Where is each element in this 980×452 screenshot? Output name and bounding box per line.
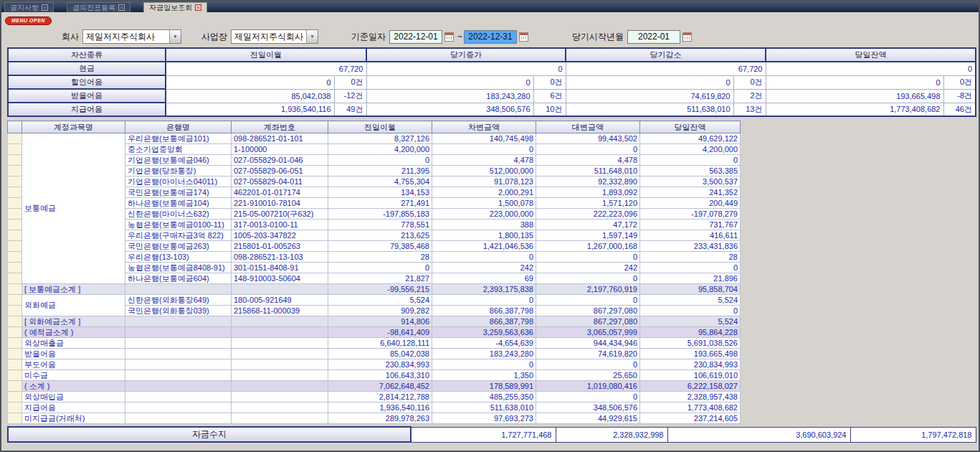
amount-cell: 49,629,122 — [640, 133, 741, 144]
amount-cell: 95,858,704 — [640, 284, 741, 295]
row-indicator[interactable] — [8, 402, 22, 413]
amount-cell: 866,387,798 — [432, 306, 536, 316]
summary-column-header: 자산종류 — [8, 48, 166, 62]
row-indicator[interactable] — [8, 316, 22, 327]
summary-row[interactable]: 받을어음85,042,038-12건183,243,2806건74,619,82… — [8, 89, 976, 103]
table-row[interactable]: 미수금106,643,3101,35025,650106,619,010 — [8, 370, 741, 381]
account-number-cell: 221-910010-78104 — [232, 198, 328, 209]
amount-cell: 1,267,000,168 — [536, 241, 640, 252]
site-select[interactable]: 제일저지주식회사 ▼ — [231, 29, 318, 44]
tab-item[interactable]: 결의전표등록× — [67, 2, 130, 12]
amount-cell: -99,556,215 — [328, 284, 432, 295]
chevron-down-icon[interactable]: ▼ — [169, 30, 181, 43]
count-cell: 0건 — [334, 75, 366, 89]
summary-row[interactable]: 할인어음00건00건00건00건 — [8, 75, 976, 89]
tab-item[interactable]: 공지사항× — [4, 2, 54, 12]
table-row[interactable]: 지급어음1,936,540,116511,638,010348,506,5761… — [8, 402, 741, 413]
row-indicator[interactable] — [8, 413, 22, 424]
row-indicator[interactable] — [8, 359, 22, 370]
table-row[interactable]: [ 보통예금소계 ]-99,556,2152,393,175,8382,197,… — [8, 284, 741, 295]
row-indicator[interactable] — [8, 133, 22, 144]
amount-cell: 1,893,092 — [536, 187, 640, 198]
date-from-input[interactable] — [389, 30, 442, 44]
row-indicator[interactable] — [8, 392, 22, 402]
amount-cell: 416,611 — [640, 230, 741, 241]
row-indicator[interactable] — [8, 155, 22, 166]
summary-body: 현금67,720067,7200할인어음00건00건00건00건받을어음85,0… — [8, 62, 976, 116]
amount-cell: 1,571,120 — [536, 198, 640, 209]
row-indicator[interactable] — [8, 166, 22, 176]
amount-cell: 178,589,991 — [432, 381, 536, 392]
row-indicator[interactable] — [8, 176, 22, 187]
account-name-cell: [ 보통예금소계 ] — [22, 284, 125, 295]
amount-cell: 2,328,957,438 — [640, 392, 741, 402]
company-select[interactable]: 제일저지주식회사 ▼ — [82, 29, 181, 44]
count-cell: 10건 — [533, 103, 566, 116]
amount-cell: 271,491 — [328, 198, 432, 209]
row-indicator[interactable] — [8, 273, 22, 284]
amount-cell: -197,078,279 — [640, 209, 741, 220]
amount-cell: 563,385 — [640, 166, 741, 176]
amount-cell: 909,282 — [328, 306, 432, 316]
table-row[interactable]: 보통예금우리은행(보통예금101)098-286521-01-1018,327,… — [8, 133, 741, 144]
row-indicator[interactable] — [8, 349, 22, 359]
table-row[interactable]: 외상매입금2,814,212,788485,255,35002,328,957,… — [8, 392, 741, 402]
chevron-down-icon[interactable]: ▼ — [306, 30, 318, 43]
table-row[interactable]: ( 소계 )7,062,648,452178,589,9911,019,080,… — [8, 381, 741, 392]
bank-name-cell — [125, 392, 232, 402]
date-to-input[interactable] — [464, 30, 517, 44]
table-row[interactable]: 외화예금신한은행(외화통장649)180-005-9216495,524005,… — [8, 295, 741, 306]
count-cell: 46건 — [943, 103, 976, 116]
account-number-cell — [232, 370, 328, 381]
tab-close-icon[interactable]: × — [195, 4, 201, 11]
account-number-cell: 027-055829-06-051 — [232, 166, 328, 176]
row-indicator[interactable] — [8, 241, 22, 252]
row-indicator[interactable] — [8, 187, 22, 198]
row-indicator[interactable] — [8, 220, 22, 230]
tab-close-icon[interactable]: × — [118, 4, 125, 11]
account-name-cell: 외상매출금 — [22, 338, 125, 349]
calendar-icon[interactable] — [519, 32, 528, 42]
account-number-cell — [232, 359, 328, 370]
menu-open-button[interactable]: MENU OPEN — [5, 17, 52, 25]
amount-cell: 0 — [432, 144, 536, 155]
table-row[interactable]: 받을어음85,042,038183,243,28074,619,820193,6… — [8, 349, 741, 359]
amount-cell: 1,936,540,116 — [166, 103, 334, 116]
table-row[interactable]: 부도어음230,834,99300230,834,993 — [8, 359, 741, 370]
summary-row[interactable]: 지급어음1,936,540,11649건348,506,57610건511,63… — [8, 103, 976, 116]
row-indicator[interactable] — [8, 209, 22, 220]
account-number-cell: 215-05-007210(구632) — [232, 209, 328, 220]
amount-cell: 106,619,010 — [640, 370, 741, 381]
table-row[interactable]: [ 외화예금소계 ]914,806866,387,798867,297,0805… — [8, 316, 741, 327]
tab-close-icon[interactable]: × — [42, 4, 48, 11]
row-indicator[interactable] — [8, 198, 22, 209]
row-indicator[interactable] — [8, 370, 22, 381]
row-indicator[interactable] — [8, 306, 22, 316]
row-indicator[interactable] — [8, 230, 22, 241]
row-indicator[interactable] — [8, 263, 22, 273]
asset-type-cell: 지급어음 — [8, 103, 166, 116]
table-row[interactable]: 미지급금(거래처)289,978,26397,693,27344,929,615… — [8, 413, 741, 424]
row-indicator[interactable] — [8, 284, 22, 295]
row-indicator[interactable] — [8, 327, 22, 338]
amount-cell: 0 — [432, 295, 536, 306]
amount-cell: 1,350 — [432, 370, 536, 381]
row-indicator[interactable] — [8, 295, 22, 306]
calendar-icon[interactable] — [444, 32, 454, 42]
amount-cell: 867,297,080 — [536, 316, 640, 327]
row-indicator[interactable] — [8, 338, 22, 349]
period-start-input[interactable] — [627, 30, 680, 44]
row-indicator[interactable] — [8, 381, 22, 392]
calendar-icon[interactable] — [682, 32, 692, 42]
amount-cell: 0 — [640, 263, 741, 273]
table-row[interactable]: ( 예적금소계 )-98,641,4093,259,563,6363,065,0… — [8, 327, 741, 338]
summary-row[interactable]: 현금67,720067,7200 — [8, 62, 976, 75]
table-row[interactable]: 외상매출금6,640,128,111-4,654,639944,434,9465… — [8, 338, 741, 349]
bank-name-cell: 우리은행(13-103) — [125, 252, 232, 263]
row-indicator[interactable] — [8, 252, 22, 263]
tab-item[interactable]: 자금일보조회× — [143, 2, 207, 12]
amount-cell: 25,650 — [536, 370, 640, 381]
amount-cell: 4,478 — [536, 155, 640, 166]
detail-column-header: 전일이월 — [328, 121, 432, 133]
row-indicator[interactable] — [8, 144, 22, 155]
